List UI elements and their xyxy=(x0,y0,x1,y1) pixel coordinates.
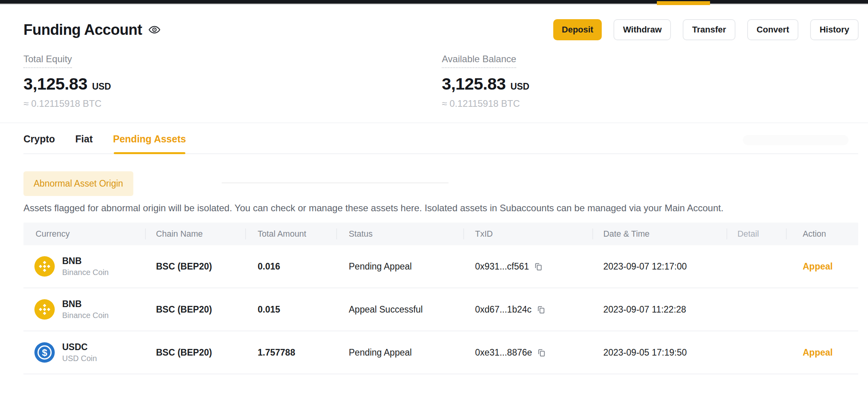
page-title: Funding Account xyxy=(23,22,142,38)
copy-icon[interactable] xyxy=(536,305,546,315)
bnb-coin-icon xyxy=(34,256,55,277)
column-header-detail: Detail xyxy=(737,229,803,239)
column-header-status: Status xyxy=(349,229,475,239)
transfer-button[interactable]: Transfer xyxy=(683,19,735,40)
column-separator xyxy=(145,228,146,239)
column-header-total-amount: Total Amount xyxy=(258,229,349,239)
column-header-chain-name: Chain Name xyxy=(156,229,258,239)
withdraw-button[interactable]: Withdraw xyxy=(613,19,671,40)
coin-symbol: USDC xyxy=(62,342,97,352)
abnormal-asset-description: Assets flagged for abnormal origin will … xyxy=(23,202,845,214)
available-balance-btc-approx: ≈ 0.12115918 BTC xyxy=(442,98,529,109)
appeal-link[interactable]: Appeal xyxy=(803,347,833,358)
copy-icon[interactable] xyxy=(533,262,543,271)
total-amount-cell: 1.757788 xyxy=(258,347,349,358)
coin-full-name: Binance Coin xyxy=(62,310,109,320)
total-amount-cell: 0.016 xyxy=(258,261,349,272)
appeal-link[interactable]: Appeal xyxy=(803,261,833,271)
status-cell: Appeal Successful xyxy=(349,304,475,315)
table-row: BNB Binance Coin BSC (BEP20) 0.016 Pendi… xyxy=(23,245,858,288)
column-header-currency: Currency xyxy=(23,229,156,239)
total-equity-value: 3,125.83 xyxy=(23,74,87,93)
txid-value: 0xd67...1b24c xyxy=(475,304,532,315)
available-balance-block: Available Balance 3,125.83 USD ≈ 0.12115… xyxy=(442,54,529,109)
column-separator xyxy=(245,228,246,239)
column-separator xyxy=(786,228,787,239)
available-balance-currency: USD xyxy=(510,81,529,92)
column-header-datetime: Date & Time xyxy=(603,229,737,239)
txid-value: 0x931...cf561 xyxy=(475,261,529,272)
available-balance-label: Available Balance xyxy=(442,54,516,68)
copy-icon[interactable] xyxy=(536,348,546,358)
coin-full-name: Binance Coin xyxy=(62,267,109,277)
status-cell: Pending Appeal xyxy=(349,261,475,272)
available-balance-value: 3,125.83 xyxy=(442,74,506,93)
tab-pending-assets[interactable]: Pending Assets xyxy=(113,133,186,153)
chain-name-cell: BSC (BEP20) xyxy=(156,261,258,272)
svg-text:$: $ xyxy=(42,347,47,358)
tab-crypto[interactable]: Crypto xyxy=(23,133,55,153)
table-row: BNB Binance Coin BSC (BEP20) 0.015 Appea… xyxy=(23,288,858,331)
browser-top-bar xyxy=(0,0,868,4)
active-tab-accent-bar xyxy=(657,1,710,5)
column-separator xyxy=(726,228,727,239)
column-separator xyxy=(336,228,337,239)
abnormal-asset-origin-badge: Abnormal Asset Origin xyxy=(23,171,133,196)
total-equity-btc-approx: ≈ 0.12115918 BTC xyxy=(23,98,111,109)
column-separator xyxy=(463,228,464,239)
tab-fiat[interactable]: Fiat xyxy=(75,133,93,153)
page-header: Funding Account Deposit Withdraw Transfe… xyxy=(23,19,859,40)
table-header-row: Currency Chain Name Total Amount Status … xyxy=(23,223,858,245)
coin-full-name: USD Coin xyxy=(62,353,97,363)
usdc-coin-icon: $ xyxy=(34,342,55,363)
datetime-cell: 2023-09-05 17:19:50 xyxy=(603,347,737,358)
bnb-coin-icon xyxy=(34,299,55,320)
funding-account-page: Funding Account Deposit Withdraw Transfe… xyxy=(0,0,868,399)
txid-value: 0xe31...8876e xyxy=(475,347,532,358)
account-actions: Deposit Withdraw Transfer Convert Histor… xyxy=(553,19,859,40)
coin-symbol: BNB xyxy=(62,299,109,309)
history-button[interactable]: History xyxy=(810,19,859,40)
convert-button[interactable]: Convert xyxy=(747,19,798,40)
toggle-balance-visibility-eye-icon[interactable] xyxy=(148,23,161,36)
pending-assets-table: Currency Chain Name Total Amount Status … xyxy=(23,223,858,374)
loading-skeleton xyxy=(743,135,848,145)
column-separator xyxy=(592,228,593,239)
total-equity-label: Total Equity xyxy=(23,54,72,68)
status-cell: Pending Appeal xyxy=(349,347,475,358)
column-header-action: Action xyxy=(803,229,858,239)
chain-name-cell: BSC (BEP20) xyxy=(156,304,258,315)
table-row: $ USDC USD Coin BSC (BEP20) 1.757788 Pen… xyxy=(23,331,858,374)
datetime-cell: 2023-09-07 12:17:00 xyxy=(603,261,737,272)
total-equity-currency: USD xyxy=(92,81,111,92)
balance-summary: Total Equity 3,125.83 USD ≈ 0.12115918 B… xyxy=(23,54,845,113)
total-equity-block: Total Equity 3,125.83 USD ≈ 0.12115918 B… xyxy=(23,54,111,109)
total-amount-cell: 0.015 xyxy=(258,304,349,315)
datetime-cell: 2023-09-07 11:22:28 xyxy=(603,304,737,315)
column-header-txid: TxID xyxy=(475,229,603,239)
coin-symbol: BNB xyxy=(62,256,109,266)
deposit-button[interactable]: Deposit xyxy=(553,19,602,40)
chain-name-cell: BSC (BEP20) xyxy=(156,347,258,358)
asset-tabs: Crypto Fiat Pending Assets xyxy=(23,123,858,154)
loading-skeleton-line xyxy=(222,182,448,183)
